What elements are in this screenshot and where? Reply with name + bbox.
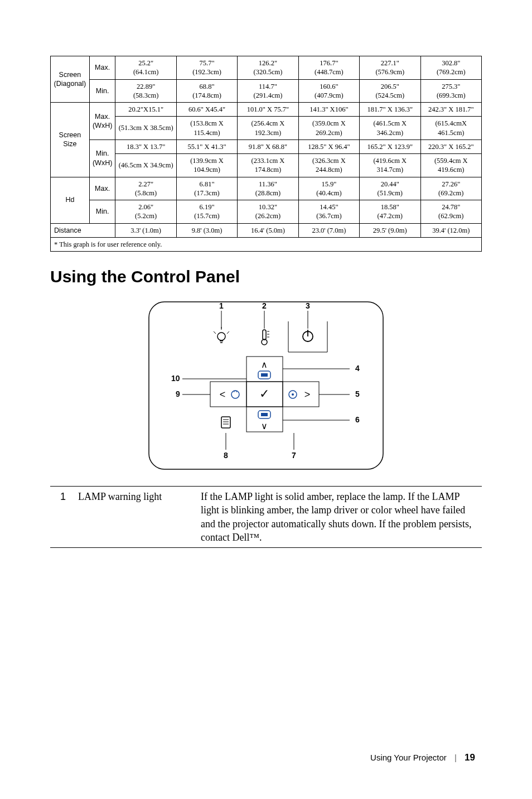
- menu-icon: [221, 417, 230, 428]
- down-arrow-icon: ∨: [261, 421, 268, 431]
- right-button[interactable]: [283, 382, 319, 407]
- right-arrow-icon: >: [304, 389, 311, 400]
- cell: 16.4' (5.0m): [238, 223, 298, 237]
- svg-point-20: [292, 393, 294, 396]
- cell: 114.7" (291.4cm): [238, 79, 298, 103]
- cell: (559.4cm X 419.6cm): [420, 154, 481, 177]
- cell: 227.1" (576.9cm): [360, 56, 420, 80]
- cell: 24.78" (62.9cm): [420, 200, 481, 224]
- cell: 128.5" X 96.4": [298, 139, 359, 153]
- callout-3: 3: [306, 301, 310, 310]
- cell: 25.2" (64.1cm): [115, 56, 176, 80]
- control-panel-diagram: ∧ < ✓ > ∨ 1 2 3 4 5 6: [50, 296, 482, 475]
- cell: (46.5cm X 34.9cm): [115, 154, 176, 177]
- cell: 181.7" X 136.3": [360, 103, 420, 117]
- sub-header-min: Min.: [89, 200, 115, 224]
- svg-point-18: [231, 391, 239, 398]
- footer-section: Using Your Projector: [370, 753, 447, 762]
- cell: 6.81" (17.3cm): [176, 177, 237, 200]
- callout-9: 9: [176, 389, 180, 398]
- row-header-screen-diagonal: Screen (Diagonal): [51, 56, 90, 103]
- callout-1: 1: [219, 301, 224, 310]
- svg-rect-17: [261, 373, 268, 377]
- svg-line-4: [214, 331, 216, 334]
- cell: 165.2" X 123.9": [360, 139, 420, 153]
- svg-rect-7: [263, 330, 266, 340]
- cell: 22.89" (58.3cm): [115, 79, 176, 103]
- cell: 141.3" X106": [298, 103, 359, 117]
- callout-4: 4: [355, 364, 360, 373]
- cell: 15.9" (40.4cm): [298, 177, 359, 200]
- power-icon: [303, 330, 313, 341]
- callout-7: 7: [292, 451, 296, 460]
- callout-6: 6: [355, 415, 360, 424]
- page-footer: Using Your Projector | 19: [370, 752, 475, 763]
- source-icon: [289, 391, 297, 398]
- cell: 14.45" (36.7cm): [298, 200, 359, 224]
- cell: (153.8cm X 115.4cm): [176, 117, 237, 140]
- left-button[interactable]: [210, 382, 246, 407]
- cell: 39.4' (12.0m): [420, 223, 481, 237]
- cell: 91.8" X 68.8": [238, 139, 298, 153]
- row-header-screen-size: Screen Size: [51, 103, 90, 177]
- cell: 302.8" (769.2cm): [420, 56, 481, 80]
- cell: 242.3" X 181.7": [420, 103, 481, 117]
- check-icon: ✓: [259, 387, 269, 401]
- cell: 23.0' (7.0m): [298, 223, 359, 237]
- up-arrow-icon: ∧: [261, 360, 268, 369]
- description-number: 1: [50, 487, 76, 548]
- cell: 60.6" X45.4": [176, 103, 237, 117]
- lamp-icon: [214, 327, 229, 343]
- auto-adjust-icon: [231, 391, 239, 398]
- document-page: Screen (Diagonal) Max. 25.2" (64.1cm) 75…: [0, 0, 532, 581]
- spec-table: Screen (Diagonal) Max. 25.2" (64.1cm) 75…: [50, 56, 482, 252]
- cell: (139.9cm X 104.9cm): [176, 154, 237, 177]
- cell: (461.5cm X 346.2cm): [360, 117, 420, 140]
- cell: (326.3cm X 244.8cm): [298, 154, 359, 177]
- sub-header-max-wxh: Max.(WxH): [89, 103, 115, 140]
- cell: 6.19" (15.7cm): [176, 200, 237, 224]
- cell: 220.3" X 165.2": [420, 139, 481, 153]
- callout-2: 2: [262, 301, 267, 310]
- cell: 2.06" (5.2cm): [115, 200, 176, 224]
- footer-page-number: 19: [465, 752, 475, 763]
- cell: 20.44" (51.9cm): [360, 177, 420, 200]
- cell: 75.7" (192.3cm): [176, 56, 237, 80]
- description-label: LAMP warning light: [76, 487, 199, 548]
- cell: 11.36" (28.8cm): [238, 177, 298, 200]
- cell: (359.0cm X 269.2cm): [298, 117, 359, 140]
- footer-separator: |: [454, 753, 457, 762]
- callout-8: 8: [224, 451, 228, 460]
- svg-point-1: [217, 333, 225, 340]
- sub-header-max: Max.: [89, 56, 115, 80]
- cell: 20.2"X15.1": [115, 103, 176, 117]
- cell: 10.32" (26.2cm): [238, 200, 298, 224]
- row-header-hd: Hd: [51, 177, 90, 223]
- cell: 55.1" X 41.3": [176, 139, 237, 153]
- cell: 101.0" X 75.7": [238, 103, 298, 117]
- callout-10: 10: [171, 374, 180, 383]
- cell: (233.1cm X 174.8cm): [238, 154, 298, 177]
- row-header-distance: Distance: [51, 223, 115, 237]
- sub-header-min-wxh: Min.(WxH): [89, 139, 115, 177]
- callout-5: 5: [355, 389, 360, 398]
- cell: (419.6cm X 314.7cm): [360, 154, 420, 177]
- control-panel-svg: ∧ < ✓ > ∨ 1 2 3 4 5 6: [127, 296, 405, 475]
- description-text: If the LAMP light is solid amber, replac…: [199, 487, 482, 548]
- cell: 176.7" (448.7cm): [298, 56, 359, 80]
- cell: (256.4cm X 192.3cm): [238, 117, 298, 140]
- table-footnote: * This graph is for user reference only.: [51, 237, 482, 251]
- left-arrow-icon: <: [220, 389, 226, 400]
- description-table: 1 LAMP warning light If the LAMP light i…: [50, 486, 482, 548]
- cell: 2.27" (5.8cm): [115, 177, 176, 200]
- cell: 18.3" X 13.7": [115, 139, 176, 153]
- svg-rect-21: [261, 413, 268, 416]
- svg-rect-22: [221, 417, 230, 428]
- cell: 160.6" (407.9cm): [298, 79, 359, 103]
- cell: 3.3' (1.0m): [115, 223, 176, 237]
- cell: 68.8" (174.8cm): [176, 79, 237, 103]
- cell: 29.5' (9.0m): [360, 223, 420, 237]
- svg-rect-0: [149, 302, 383, 469]
- svg-line-5: [227, 331, 229, 334]
- temp-icon: [262, 330, 269, 345]
